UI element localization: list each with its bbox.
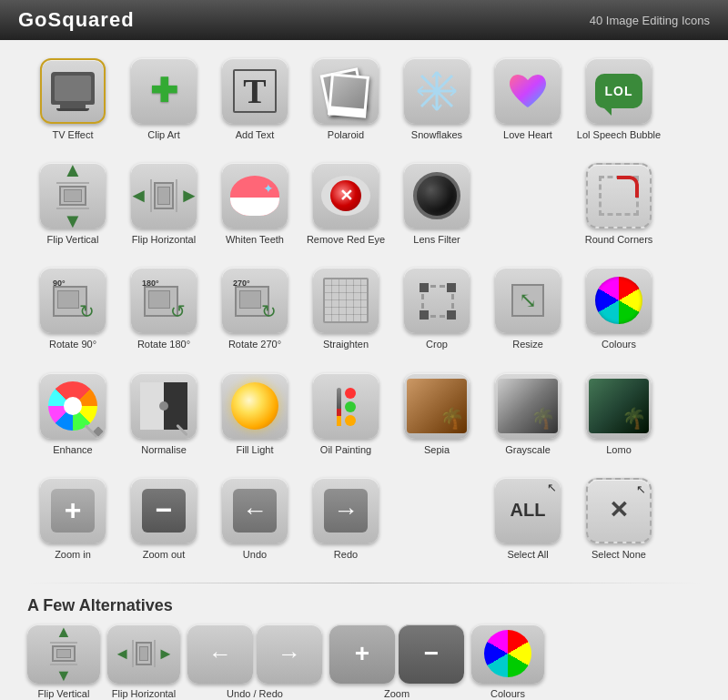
rotate-90-label: Rotate 90° <box>49 339 96 350</box>
alt-cell-undo-redo[interactable]: ← → Undo / Redo <box>187 624 322 699</box>
undo-icon-box: ← <box>222 478 288 543</box>
icon-cell-snowflakes[interactable]: Snowflakes <box>391 58 482 141</box>
love-heart-icon-box <box>495 58 561 124</box>
select-none-label: Select None <box>592 549 646 561</box>
icon-cell-select-none[interactable]: ↖ ✕ Select None <box>573 478 664 561</box>
alt-cell-flip-h[interactable]: ◄ ► Flip Horizontal <box>107 624 180 699</box>
rotate-180-icon-box: 180° ↺ <box>131 268 197 333</box>
main-content: TV Effect ✚ Clip Art T Add Text <box>0 40 728 700</box>
icon-cell-love-heart[interactable]: Love Heart <box>482 58 573 141</box>
enhance-icon-box <box>40 373 106 439</box>
icon-cell-rotate-90[interactable]: 90° ↻ Rotate 90° <box>27 268 118 350</box>
speech-bubble-label: Lol Speech Bubble <box>577 129 661 141</box>
icon-cell-undo[interactable]: ← Undo <box>209 478 300 561</box>
icon-cell-zoom-in[interactable]: + Zoom in <box>27 478 118 561</box>
rotate-270-icon-box: 270° ↻ <box>222 268 288 333</box>
alt-redo-box: → <box>257 624 322 684</box>
icon-cell-flip-v[interactable]: ▲ ▼ Flip Vertical <box>27 163 118 246</box>
icon-cell-speech-bubble[interactable]: LOL Lol Speech Bubble <box>573 58 664 141</box>
sepia-label: Sepia <box>424 444 450 456</box>
icon-cell-resize[interactable]: ⤡ Resize <box>482 268 573 350</box>
icon-cell-lomo[interactable]: 🌴 Lomo <box>573 373 664 456</box>
resize-label: Resize <box>512 339 543 350</box>
round-corners-label: Round Corners <box>585 234 653 246</box>
icon-cell-select-all[interactable]: ↖ ALL Select All <box>482 478 573 561</box>
flip-v-icon-box: ▲ ▼ <box>40 163 106 228</box>
snowflakes-svg <box>414 68 460 114</box>
clip-art-icon: ✚ <box>150 72 177 110</box>
icon-cell-add-text[interactable]: T Add Text <box>209 58 300 141</box>
icon-cell-rotate-270[interactable]: 270° ↻ Rotate 270° <box>209 268 300 350</box>
zoom-in-icon-box: + <box>40 478 106 543</box>
snowflakes-icon-box <box>404 58 470 124</box>
speech-bubble-icon-box: LOL <box>586 58 652 124</box>
icon-cell-normalise[interactable]: Normalise <box>118 373 209 456</box>
add-text-icon-box: T <box>222 58 288 124</box>
normalise-label: Normalise <box>141 444 187 456</box>
alt-cell-zoom[interactable]: + − Zoom <box>329 624 464 699</box>
polaroid-icon-box <box>313 58 379 124</box>
icon-cell-grayscale[interactable]: 🌴 Grayscale <box>482 373 573 456</box>
select-all-label: Select All <box>507 549 548 561</box>
icon-cell-sepia[interactable]: 🌴 Sepia <box>391 373 482 456</box>
select-all-icon-box: ↖ ALL <box>495 478 561 543</box>
round-corners-icon-box <box>586 163 652 228</box>
enhance-label: Enhance <box>53 444 92 456</box>
fill-light-icon-box <box>222 373 288 439</box>
rotate-90-icon-box: 90° ↻ <box>40 268 106 333</box>
alt-cell-colours[interactable]: Colours <box>471 624 544 699</box>
icon-cell-round-corners[interactable]: Round Corners <box>573 163 664 246</box>
flip-v-label: Flip Vertical <box>47 234 99 246</box>
zoom-out-icon-box: − <box>131 478 197 543</box>
add-text-label: Add Text <box>236 129 275 141</box>
alt-flip-h-box: ◄ ► <box>107 624 180 684</box>
icon-cell-fill-light[interactable]: Fill Light <box>209 373 300 456</box>
alt-grid: ▲ ▼ Flip Vertical ◄ <box>27 624 701 700</box>
icon-cell-rotate-180[interactable]: 180° ↺ Rotate 180° <box>118 268 209 350</box>
rotate-270-label: Rotate 270° <box>228 339 281 350</box>
redo-label: Redo <box>334 549 358 561</box>
alt-colours-box <box>471 624 544 684</box>
oil-painting-label: Oil Painting <box>320 444 371 456</box>
lomo-label: Lomo <box>606 444 632 456</box>
zoom-in-label: Zoom in <box>55 549 91 561</box>
icon-cell-tv-effect[interactable]: TV Effect <box>27 58 118 141</box>
select-none-icon-box: ↖ ✕ <box>586 478 652 543</box>
snowflakes-label: Snowflakes <box>411 129 462 141</box>
icon-cell-oil-painting[interactable]: Oil Painting <box>300 373 391 456</box>
icon-cell-remove-red-eye[interactable]: ✕ Remove Red Eye <box>300 163 391 246</box>
alt-colours-label: Colours <box>490 688 525 699</box>
straighten-icon-box <box>313 268 379 333</box>
alt-flip-h-label: Flip Horizontal <box>112 688 176 699</box>
icon-cell-enhance[interactable]: Enhance <box>27 373 118 456</box>
icon-cell-lens-filter[interactable]: Lens Filter <box>391 163 482 246</box>
clip-art-label: Clip Art <box>147 129 179 141</box>
grayscale-icon-box: 🌴 <box>495 373 561 439</box>
love-heart-label: Love Heart <box>503 129 552 141</box>
whiten-teeth-label: Whiten Teeth <box>226 234 284 246</box>
icon-cell-crop[interactable]: Crop <box>391 268 482 350</box>
tv-effect-icon-box <box>40 58 106 124</box>
rotate-180-label: Rotate 180° <box>137 339 190 350</box>
icon-cell-clip-art[interactable]: ✚ Clip Art <box>118 58 209 141</box>
icon-cell-zoom-out[interactable]: − Zoom out <box>118 478 209 561</box>
svg-point-12 <box>433 87 440 95</box>
lens-filter-icon-box <box>404 163 470 228</box>
alt-undo-box: ← <box>187 624 253 684</box>
icon-cell-colours[interactable]: Colours <box>573 268 664 350</box>
icon-cell-whiten-teeth[interactable]: ✦ Whiten Teeth <box>209 163 300 246</box>
icon-cell-straighten[interactable]: Straighten <box>300 268 391 350</box>
icon-cell-polaroid[interactable]: Polaroid <box>300 58 391 141</box>
crop-label: Crop <box>426 339 448 350</box>
undo-label: Undo <box>243 549 267 561</box>
icon-cell-flip-h[interactable]: ◄ ► Flip Horizontal <box>118 163 209 246</box>
alt-undo-redo-label: Undo / Redo <box>227 688 283 699</box>
icon-grid-row4: Enhance Normalise Fill Light <box>27 373 701 469</box>
polaroid-label: Polaroid <box>328 129 364 141</box>
icon-cell-redo[interactable]: → Redo <box>300 478 391 561</box>
icon-grid-row2: ▲ ▼ Flip Vertical ◄ <box>27 163 701 259</box>
straighten-label: Straighten <box>323 339 369 350</box>
alt-cell-flip-v[interactable]: ▲ ▼ Flip Vertical <box>27 624 100 699</box>
alt-zoom-out-box: − <box>399 624 464 684</box>
app-subtitle: 40 Image Editing Icons <box>590 14 710 27</box>
